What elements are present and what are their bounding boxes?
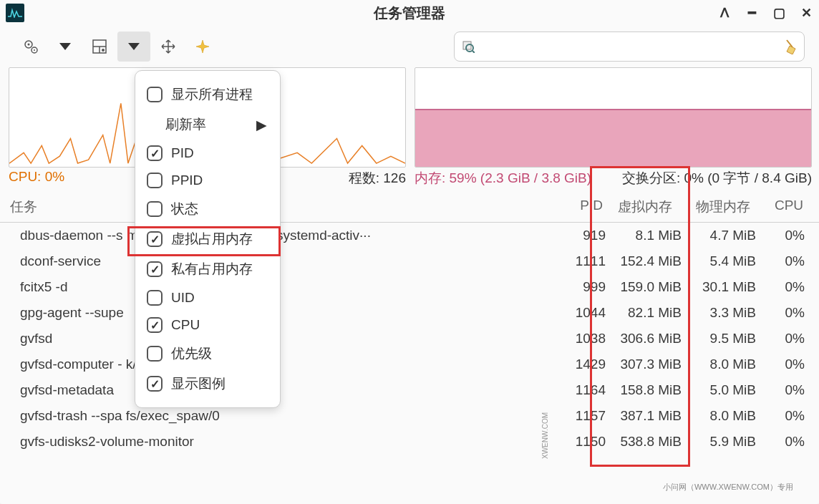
- cell-cpu: 0%: [765, 382, 819, 398]
- checkbox-checked-icon: [147, 376, 163, 392]
- svg-point-3: [34, 49, 35, 51]
- gears-icon: [23, 39, 39, 54]
- pulse-icon: [8, 8, 22, 18]
- svg-point-1: [28, 44, 30, 46]
- cell-task: gvfsd-trash --spa fs/exec_spaw/0: [0, 408, 563, 424]
- broom-icon: [782, 39, 797, 54]
- menu-legend[interactable]: 显示图例: [135, 369, 280, 399]
- cpu-usage-label: CPU: 0%: [9, 169, 64, 188]
- column-pid[interactable]: PID: [563, 198, 609, 216]
- graph-panels: [0, 67, 819, 168]
- cell-vmem: 82.1 MiB: [609, 305, 687, 321]
- table-row[interactable]: fcitx5 -d999159.0 MiB30.1 MiB0%: [0, 274, 819, 300]
- cell-pid: 1150: [563, 434, 609, 450]
- menu-priority[interactable]: 优先级: [135, 339, 280, 369]
- menu-status[interactable]: 状态: [135, 194, 280, 224]
- process-count-label: 程数: 126: [349, 169, 406, 188]
- triangle-down-icon: [59, 43, 71, 50]
- chevron-right-icon: ▶: [256, 117, 267, 133]
- column-vmem[interactable]: 虚拟内存: [609, 198, 687, 216]
- search-box[interactable]: [454, 32, 805, 62]
- maximize-button[interactable]: ▢: [772, 6, 786, 20]
- table-row[interactable]: gvfsd1038306.6 MiB9.5 MiB0%: [0, 326, 819, 352]
- cell-pid: 1038: [563, 331, 609, 346]
- cell-rmem: 9.5 MiB: [687, 331, 765, 346]
- titlebar: 任务管理器 ᐱ ━ ▢ ✕: [0, 0, 819, 26]
- view-menu-button[interactable]: [117, 32, 150, 62]
- app-icon: [6, 4, 24, 22]
- menu-ppid[interactable]: PPID: [135, 167, 280, 194]
- cell-task: gpg-agent --supe: [0, 305, 563, 321]
- checkbox-icon: [147, 290, 163, 306]
- table-row[interactable]: dbus-daemon --s md: --nofork --nopidfile…: [0, 223, 819, 248]
- cell-vmem: 387.1 MiB: [609, 408, 687, 424]
- cell-rmem: 5.0 MiB: [687, 382, 765, 398]
- search-input[interactable]: [479, 40, 778, 53]
- menu-uid[interactable]: UID: [135, 284, 280, 311]
- memory-graph: [415, 67, 812, 168]
- cell-cpu: 0%: [765, 253, 819, 269]
- checkbox-checked-icon: [147, 261, 163, 277]
- settings-button[interactable]: [14, 32, 47, 62]
- cell-vmem: 307.3 MiB: [609, 357, 687, 372]
- cell-pid: 1164: [563, 382, 609, 398]
- star-button[interactable]: [186, 32, 219, 62]
- watermark-bottom: 小问网（WWW.XWENW.COM）专用: [663, 482, 793, 493]
- table-row[interactable]: gvfsd-computer - k/gvfs/exec_spaw/114293…: [0, 352, 819, 377]
- memory-usage-label: 内存: 59% (2.3 GiB / 3.8 GiB): [415, 169, 591, 188]
- table-row[interactable]: gpg-agent --supe104482.1 MiB3.3 MiB0%: [0, 300, 819, 326]
- cell-pid: 919: [563, 228, 609, 243]
- checkbox-checked-icon: [147, 317, 163, 333]
- checkbox-icon: [147, 346, 163, 362]
- menu-show-all[interactable]: 显示所有进程: [135, 79, 280, 110]
- menu-pmem[interactable]: 私有占用内存: [135, 254, 280, 284]
- dropdown-1-button[interactable]: [49, 32, 82, 62]
- cell-cpu: 0%: [765, 408, 819, 424]
- cell-rmem: 5.4 MiB: [687, 253, 765, 269]
- cell-task: fcitx5 -d: [0, 279, 563, 295]
- memory-legend: 内存: 59% (2.3 GiB / 3.8 GiB) 交换分区: 0% (0 …: [415, 169, 812, 188]
- cell-cpu: 0%: [765, 279, 819, 295]
- table-row[interactable]: gvfsd-metadata1164158.8 MiB5.0 MiB0%: [0, 377, 819, 403]
- swap-usage-label: 交换分区: 0% (0 字节 / 8.4 GiB): [622, 169, 812, 188]
- column-task[interactable]: 任务: [0, 198, 563, 216]
- checkbox-icon: [147, 87, 163, 102]
- layout-button[interactable]: [83, 32, 116, 62]
- table-row[interactable]: gvfsd-trash --spa fs/exec_spaw/01157387.…: [0, 403, 819, 429]
- minimize-button[interactable]: ━: [745, 6, 759, 20]
- table-header: 任务 PID 虚拟内存 物理内存 CPU: [0, 192, 819, 223]
- cell-cpu: 0%: [765, 305, 819, 321]
- cell-task: gvfsd-metadata: [0, 382, 563, 398]
- toolbar: [0, 26, 819, 67]
- cell-vmem: 158.8 MiB: [609, 382, 687, 398]
- cell-vmem: 8.1 MiB: [609, 228, 687, 243]
- cell-pid: 1111: [563, 253, 609, 269]
- move-button[interactable]: [152, 32, 185, 62]
- menu-pid[interactable]: PID: [135, 140, 280, 167]
- process-list: dbus-daemon --s md: --nofork --nopidfile…: [0, 223, 819, 455]
- cell-pid: 1429: [563, 357, 609, 372]
- menu-cpu[interactable]: CPU: [135, 311, 280, 339]
- checkbox-icon: [147, 173, 163, 188]
- window: 任务管理器 ᐱ ━ ▢ ✕: [0, 0, 819, 504]
- cell-rmem: 3.3 MiB: [687, 305, 765, 321]
- cell-rmem: 8.0 MiB: [687, 357, 765, 372]
- cell-task: dbus-daemon --s md: --nofork --nopidfile…: [0, 228, 563, 243]
- chevron-up-icon[interactable]: ᐱ: [717, 6, 732, 20]
- cell-pid: 1157: [563, 408, 609, 424]
- cell-rmem: 30.1 MiB: [687, 279, 765, 295]
- close-button[interactable]: ✕: [799, 6, 813, 20]
- cell-pid: 999: [563, 279, 609, 295]
- table-row[interactable]: gvfs-udisks2-volume-monitor1150538.8 MiB…: [0, 429, 819, 455]
- cell-vmem: 159.0 MiB: [609, 279, 687, 295]
- grid-icon: [92, 39, 107, 54]
- column-rmem[interactable]: 物理内存: [687, 198, 765, 216]
- cell-cpu: 0%: [765, 228, 819, 243]
- cell-rmem: 4.7 MiB: [687, 228, 765, 243]
- cell-pid: 1044: [563, 305, 609, 321]
- table-row[interactable]: dconf-service1111152.4 MiB5.4 MiB0%: [0, 248, 819, 274]
- window-title: 任务管理器: [374, 4, 445, 23]
- menu-refresh-rate[interactable]: 刷新率▶: [135, 110, 280, 140]
- column-cpu[interactable]: CPU: [765, 198, 819, 216]
- menu-vmem[interactable]: 虚拟占用内存: [135, 224, 280, 254]
